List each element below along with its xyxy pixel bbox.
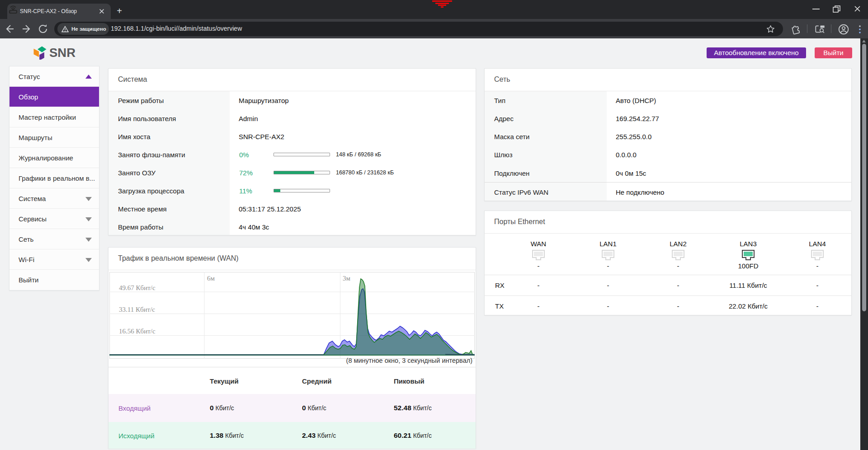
svg-text:3м: 3м [343, 275, 351, 282]
svg-text:49.67 Кбит/с: 49.67 Кбит/с [119, 284, 156, 291]
svg-text:SNR: SNR [49, 46, 75, 60]
svg-text:6м: 6м [207, 275, 215, 282]
svg-text:16.56 Кбит/с: 16.56 Кбит/с [119, 328, 156, 335]
svg-text:33.11 Кбит/с: 33.11 Кбит/с [119, 306, 155, 313]
